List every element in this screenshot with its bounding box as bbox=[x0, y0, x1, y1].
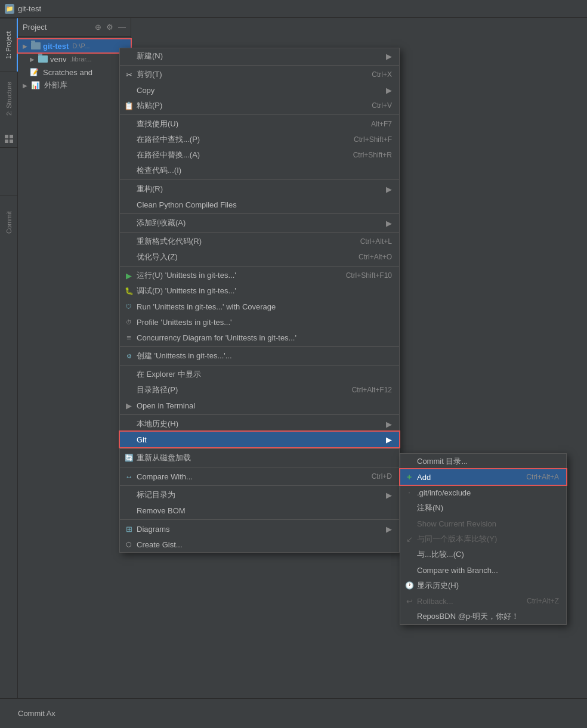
globe-icon[interactable]: ⊕ bbox=[95, 23, 101, 32]
menu-item-diagrams-arrow: ▶ bbox=[386, 525, 392, 534]
menu-item-runwithcoverage[interactable]: 🛡 Run 'Unittests in git-tes...' with Cov… bbox=[120, 299, 399, 314]
menu-item-findinpath[interactable]: 在路径中查找...(P) Ctrl+Shift+F bbox=[120, 132, 399, 147]
submenu-annotation-label: 注释(N) bbox=[417, 503, 559, 513]
menu-item-comparewith[interactable]: ↔ Compare With... Ctrl+D bbox=[120, 469, 399, 484]
sidebar-icon-tools[interactable] bbox=[0, 130, 18, 148]
expand-arrow-venv: ▶ bbox=[30, 56, 36, 63]
compare-icon: ↔ bbox=[123, 471, 134, 482]
menu-item-markdiras-arrow: ▶ bbox=[386, 491, 392, 500]
commit-bar[interactable]: Commit Ax bbox=[0, 698, 587, 728]
menu-item-cut[interactable]: ✂ 剪切(T) Ctrl+X bbox=[120, 67, 399, 82]
menu-item-replaceinpath[interactable]: 在路径中替换...(A) Ctrl+Shift+R bbox=[120, 147, 399, 163]
menu-item-openinterminal[interactable]: ▶ Open in Terminal bbox=[120, 398, 399, 413]
menu-item-debug[interactable]: 🐛 调试(D) 'Unittests in git-tes...' bbox=[120, 283, 399, 299]
sidebar: 1: Project 2: Structure Commit bbox=[0, 18, 18, 728]
submenu-comparewithsame-label: 与同一个版本库比较(Y) bbox=[417, 534, 559, 544]
menu-item-markdiras[interactable]: 标记目录为 ▶ bbox=[120, 487, 399, 503]
submenu-item-comparewith[interactable]: 与...比较...(C) bbox=[400, 547, 566, 562]
menu-item-optimize[interactable]: 优化导入(Z) Ctrl+Alt+O bbox=[120, 249, 399, 265]
menu-item-dirpath[interactable]: 目录路径(P) Ctrl+Alt+F12 bbox=[120, 382, 399, 398]
menu-item-new[interactable]: 新建(N) ▶ bbox=[120, 48, 399, 64]
menu-item-create[interactable]: ⚙ 创建 'Unittests in git-tes...'... bbox=[120, 348, 399, 364]
menu-item-copy-label: Copy bbox=[137, 86, 381, 95]
menu-item-reformat-label: 重新格式化代码(R) bbox=[137, 236, 360, 247]
menu-item-refactor-arrow: ▶ bbox=[386, 185, 392, 194]
title-bar: 📁 git-test bbox=[0, 0, 587, 18]
project-panel-title: Project bbox=[23, 23, 91, 32]
menu-item-showinexplorer[interactable]: 在 Explorer 中显示 bbox=[120, 367, 399, 382]
tree-item-scratches[interactable]: 📝 Scratches and bbox=[18, 66, 131, 79]
menu-item-localhistory-arrow: ▶ bbox=[386, 420, 392, 429]
submenu-item-showcurrentrev[interactable]: Show Current Revision bbox=[400, 516, 566, 531]
menu-item-reloadfromdisk[interactable]: 🔄 重新从磁盘加载 bbox=[120, 450, 399, 466]
minimize-icon[interactable]: — bbox=[118, 23, 126, 32]
submenu-item-rollback[interactable]: ↩ Rollback... Ctrl+Alt+Z bbox=[400, 593, 566, 609]
menu-item-git[interactable]: Git ▶ bbox=[120, 432, 399, 447]
menu-item-showinexplorer-label: 在 Explorer 中显示 bbox=[137, 369, 392, 380]
menu-item-reformat[interactable]: 重新格式化代码(R) Ctrl+Alt+L bbox=[120, 234, 399, 249]
submenu-item-add[interactable]: + Add Ctrl+Alt+A bbox=[400, 469, 566, 485]
tree-item-venv[interactable]: ▶ venv .librar... bbox=[18, 52, 131, 66]
tree-item-git-test[interactable]: ▶ git-test D:\P... bbox=[18, 39, 131, 52]
compare-same-icon: ↙ bbox=[404, 534, 415, 544]
menu-item-refactor[interactable]: 重构(R) ▶ bbox=[120, 181, 399, 197]
menu-item-inspectcode[interactable]: 检查代码...(I) bbox=[120, 163, 399, 178]
sidebar-tab-commit[interactable]: Commit bbox=[0, 196, 18, 249]
submenu-item-reposbdn[interactable]: ReposBDN @p-明天，你好！ bbox=[400, 609, 566, 624]
expand-arrow-external: ▶ bbox=[23, 82, 29, 89]
gist-icon: ⬡ bbox=[123, 539, 134, 550]
profile-icon: ⏱ bbox=[123, 317, 134, 327]
menu-item-dirpath-label: 目录路径(P) bbox=[137, 385, 352, 395]
tree-item-external[interactable]: ▶ 📊 外部库 bbox=[18, 79, 131, 92]
folder-icon-git-test bbox=[31, 42, 41, 49]
submenu-item-annotation[interactable]: 注释(N) bbox=[400, 500, 566, 516]
menu-item-markdiras-label: 标记目录为 bbox=[137, 490, 381, 500]
menu-item-run[interactable]: ▶ 运行(U) 'Unittests in git-tes...' Ctrl+S… bbox=[120, 268, 399, 283]
menu-item-cleanpython[interactable]: Clean Python Compiled Files bbox=[120, 197, 399, 212]
submenu-item-gitexclude[interactable]: · .git/info/exclude bbox=[400, 485, 566, 500]
menu-item-copy-arrow: ▶ bbox=[386, 86, 392, 95]
project-header-icons: ⊕ ⚙ — bbox=[95, 23, 126, 32]
menu-item-new-arrow: ▶ bbox=[386, 52, 392, 61]
menu-item-profile[interactable]: ⏱ Profile 'Unittests in git-tes...' bbox=[120, 314, 399, 330]
menu-item-findusages-shortcut: Alt+F7 bbox=[371, 120, 392, 128]
submenu-add-shortcut: Ctrl+Alt+A bbox=[526, 473, 559, 481]
external-label: 外部库 bbox=[44, 80, 67, 91]
submenu-item-commitdir[interactable]: Commit 目录... bbox=[400, 454, 566, 469]
commit-bar-label: Commit Ax bbox=[18, 709, 55, 718]
menu-item-run-label: 运行(U) 'Unittests in git-tes...' bbox=[137, 270, 346, 281]
menu-item-addtofav[interactable]: 添加到收藏(A) ▶ bbox=[120, 215, 399, 231]
sidebar-tab-structure[interactable]: 2: Structure bbox=[0, 72, 18, 125]
menu-item-git-label: Git bbox=[137, 435, 381, 444]
coverage-icon: 🛡 bbox=[123, 301, 134, 312]
paste-icon: 📋 bbox=[123, 100, 134, 111]
sidebar-tab-project[interactable]: 1: Project bbox=[0, 18, 18, 72]
menu-item-removebom[interactable]: Remove BOM bbox=[120, 503, 399, 518]
history-icon: 🕐 bbox=[404, 580, 415, 591]
submenu-comparewith-label: 与...比较...(C) bbox=[417, 549, 559, 560]
menu-item-diagrams[interactable]: ⊞ Diagrams ▶ bbox=[120, 521, 399, 537]
separator-5 bbox=[120, 232, 399, 233]
menu-item-reformat-shortcut: Ctrl+Alt+L bbox=[360, 237, 392, 246]
menu-item-findinpath-label: 在路径中查找...(P) bbox=[137, 134, 354, 145]
menu-item-findusages[interactable]: 查找使用(U) Alt+F7 bbox=[120, 116, 399, 132]
menu-item-cleanpython-label: Clean Python Compiled Files bbox=[137, 200, 392, 209]
menu-item-paste-label: 粘贴(P) bbox=[137, 100, 372, 111]
svg-rect-3 bbox=[10, 140, 13, 143]
menu-item-copy[interactable]: Copy ▶ bbox=[120, 82, 399, 98]
menu-item-localhistory[interactable]: 本地历史(H) ▶ bbox=[120, 416, 399, 432]
submenu-item-comparewithsame[interactable]: ↙ 与同一个版本库比较(Y) bbox=[400, 531, 566, 547]
menu-item-concurrency[interactable]: ≡ Concurrency Diagram for 'Unittests in … bbox=[120, 330, 399, 345]
submenu-showcurrentrev-label: Show Current Revision bbox=[417, 519, 559, 528]
settings-icon[interactable]: ⚙ bbox=[106, 23, 113, 32]
submenu-item-showhistory[interactable]: 🕐 显示历史(H) bbox=[400, 578, 566, 593]
separator-4 bbox=[120, 213, 399, 214]
menu-item-paste[interactable]: 📋 粘贴(P) Ctrl+V bbox=[120, 98, 399, 113]
folder-icon-venv bbox=[38, 55, 48, 63]
submenu-showhistory-label: 显示历史(H) bbox=[417, 580, 559, 591]
window-title: git-test bbox=[18, 4, 41, 13]
submenu-add-label: Add bbox=[417, 473, 526, 482]
menu-item-creategist[interactable]: ⬡ Create Gist... bbox=[120, 537, 399, 552]
menu-item-addtofav-label: 添加到收藏(A) bbox=[137, 218, 381, 228]
submenu-item-comparewithbranch[interactable]: Compare with Branch... bbox=[400, 562, 566, 578]
